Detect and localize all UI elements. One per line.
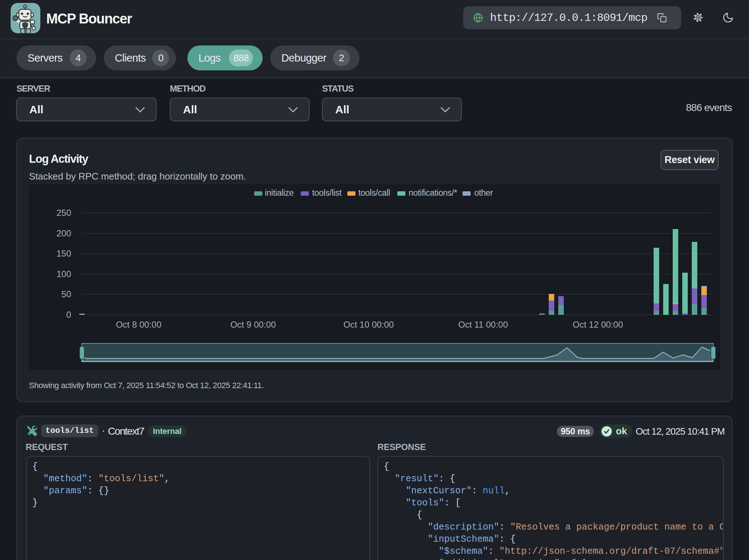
svg-text:tools/list: tools/list bbox=[312, 188, 342, 198]
svg-text:0: 0 bbox=[66, 310, 71, 320]
svg-text:initialize: initialize bbox=[265, 188, 294, 198]
svg-text:Oct 9 00:00: Oct 9 00:00 bbox=[230, 320, 276, 329]
svg-text:Oct 10 00:00: Oct 10 00:00 bbox=[343, 320, 394, 329]
svg-text:Oct 12 00:00: Oct 12 00:00 bbox=[573, 320, 623, 329]
svg-text:150: 150 bbox=[56, 248, 71, 258]
svg-text:50: 50 bbox=[61, 289, 71, 299]
svg-text:Oct 11 00:00: Oct 11 00:00 bbox=[458, 320, 508, 329]
svg-text:100: 100 bbox=[56, 269, 71, 279]
svg-text:200: 200 bbox=[56, 228, 71, 238]
svg-text:Oct 8 00:00: Oct 8 00:00 bbox=[116, 320, 161, 329]
svg-text:other: other bbox=[474, 188, 493, 198]
svg-text:250: 250 bbox=[56, 208, 71, 218]
svg-text:tools/call: tools/call bbox=[358, 188, 390, 198]
svg-text:notifications/*: notifications/* bbox=[409, 188, 457, 198]
